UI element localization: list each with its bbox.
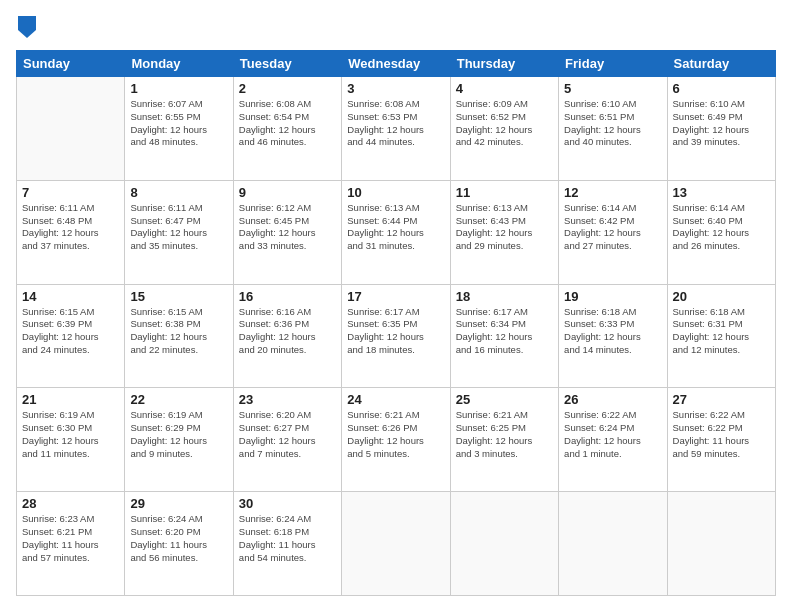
week-row-3: 21Sunrise: 6:19 AMSunset: 6:30 PMDayligh… bbox=[17, 388, 776, 492]
day-number: 27 bbox=[673, 392, 770, 407]
day-number: 3 bbox=[347, 81, 444, 96]
page: SundayMondayTuesdayWednesdayThursdayFrid… bbox=[0, 0, 792, 612]
calendar-cell: 27Sunrise: 6:22 AMSunset: 6:22 PMDayligh… bbox=[667, 388, 775, 492]
day-info: Sunrise: 6:10 AMSunset: 6:51 PMDaylight:… bbox=[564, 98, 661, 149]
day-info: Sunrise: 6:13 AMSunset: 6:44 PMDaylight:… bbox=[347, 202, 444, 253]
day-info: Sunrise: 6:11 AMSunset: 6:48 PMDaylight:… bbox=[22, 202, 119, 253]
calendar-cell: 24Sunrise: 6:21 AMSunset: 6:26 PMDayligh… bbox=[342, 388, 450, 492]
calendar-cell: 6Sunrise: 6:10 AMSunset: 6:49 PMDaylight… bbox=[667, 77, 775, 181]
calendar-cell bbox=[559, 492, 667, 596]
header bbox=[16, 16, 776, 42]
day-number: 28 bbox=[22, 496, 119, 511]
day-number: 22 bbox=[130, 392, 227, 407]
week-row-1: 7Sunrise: 6:11 AMSunset: 6:48 PMDaylight… bbox=[17, 180, 776, 284]
day-info: Sunrise: 6:12 AMSunset: 6:45 PMDaylight:… bbox=[239, 202, 336, 253]
calendar-cell: 12Sunrise: 6:14 AMSunset: 6:42 PMDayligh… bbox=[559, 180, 667, 284]
day-info: Sunrise: 6:11 AMSunset: 6:47 PMDaylight:… bbox=[130, 202, 227, 253]
day-info: Sunrise: 6:13 AMSunset: 6:43 PMDaylight:… bbox=[456, 202, 553, 253]
day-of-week-row: SundayMondayTuesdayWednesdayThursdayFrid… bbox=[17, 51, 776, 77]
calendar-cell: 23Sunrise: 6:20 AMSunset: 6:27 PMDayligh… bbox=[233, 388, 341, 492]
calendar-cell: 22Sunrise: 6:19 AMSunset: 6:29 PMDayligh… bbox=[125, 388, 233, 492]
day-info: Sunrise: 6:14 AMSunset: 6:42 PMDaylight:… bbox=[564, 202, 661, 253]
day-info: Sunrise: 6:15 AMSunset: 6:39 PMDaylight:… bbox=[22, 306, 119, 357]
calendar-cell: 11Sunrise: 6:13 AMSunset: 6:43 PMDayligh… bbox=[450, 180, 558, 284]
day-info: Sunrise: 6:16 AMSunset: 6:36 PMDaylight:… bbox=[239, 306, 336, 357]
calendar-cell: 10Sunrise: 6:13 AMSunset: 6:44 PMDayligh… bbox=[342, 180, 450, 284]
calendar-cell: 3Sunrise: 6:08 AMSunset: 6:53 PMDaylight… bbox=[342, 77, 450, 181]
svg-marker-0 bbox=[18, 16, 36, 38]
calendar-cell: 9Sunrise: 6:12 AMSunset: 6:45 PMDaylight… bbox=[233, 180, 341, 284]
day-number: 4 bbox=[456, 81, 553, 96]
calendar-cell bbox=[342, 492, 450, 596]
day-info: Sunrise: 6:09 AMSunset: 6:52 PMDaylight:… bbox=[456, 98, 553, 149]
logo-icon bbox=[18, 16, 36, 38]
day-number: 2 bbox=[239, 81, 336, 96]
dow-header-monday: Monday bbox=[125, 51, 233, 77]
calendar-table: SundayMondayTuesdayWednesdayThursdayFrid… bbox=[16, 50, 776, 596]
calendar-cell: 4Sunrise: 6:09 AMSunset: 6:52 PMDaylight… bbox=[450, 77, 558, 181]
calendar-cell: 5Sunrise: 6:10 AMSunset: 6:51 PMDaylight… bbox=[559, 77, 667, 181]
day-number: 1 bbox=[130, 81, 227, 96]
day-number: 20 bbox=[673, 289, 770, 304]
calendar-cell: 29Sunrise: 6:24 AMSunset: 6:20 PMDayligh… bbox=[125, 492, 233, 596]
day-number: 7 bbox=[22, 185, 119, 200]
day-info: Sunrise: 6:17 AMSunset: 6:35 PMDaylight:… bbox=[347, 306, 444, 357]
dow-header-wednesday: Wednesday bbox=[342, 51, 450, 77]
day-info: Sunrise: 6:10 AMSunset: 6:49 PMDaylight:… bbox=[673, 98, 770, 149]
calendar-cell: 15Sunrise: 6:15 AMSunset: 6:38 PMDayligh… bbox=[125, 284, 233, 388]
calendar-cell bbox=[17, 77, 125, 181]
calendar-cell: 26Sunrise: 6:22 AMSunset: 6:24 PMDayligh… bbox=[559, 388, 667, 492]
week-row-4: 28Sunrise: 6:23 AMSunset: 6:21 PMDayligh… bbox=[17, 492, 776, 596]
day-number: 18 bbox=[456, 289, 553, 304]
day-info: Sunrise: 6:14 AMSunset: 6:40 PMDaylight:… bbox=[673, 202, 770, 253]
calendar-cell: 2Sunrise: 6:08 AMSunset: 6:54 PMDaylight… bbox=[233, 77, 341, 181]
day-number: 5 bbox=[564, 81, 661, 96]
day-number: 21 bbox=[22, 392, 119, 407]
day-number: 29 bbox=[130, 496, 227, 511]
day-info: Sunrise: 6:15 AMSunset: 6:38 PMDaylight:… bbox=[130, 306, 227, 357]
day-info: Sunrise: 6:24 AMSunset: 6:18 PMDaylight:… bbox=[239, 513, 336, 564]
day-number: 11 bbox=[456, 185, 553, 200]
day-info: Sunrise: 6:19 AMSunset: 6:30 PMDaylight:… bbox=[22, 409, 119, 460]
day-number: 8 bbox=[130, 185, 227, 200]
day-info: Sunrise: 6:18 AMSunset: 6:33 PMDaylight:… bbox=[564, 306, 661, 357]
day-number: 15 bbox=[130, 289, 227, 304]
day-number: 16 bbox=[239, 289, 336, 304]
day-number: 6 bbox=[673, 81, 770, 96]
day-info: Sunrise: 6:24 AMSunset: 6:20 PMDaylight:… bbox=[130, 513, 227, 564]
day-info: Sunrise: 6:18 AMSunset: 6:31 PMDaylight:… bbox=[673, 306, 770, 357]
calendar-cell: 28Sunrise: 6:23 AMSunset: 6:21 PMDayligh… bbox=[17, 492, 125, 596]
calendar-cell: 13Sunrise: 6:14 AMSunset: 6:40 PMDayligh… bbox=[667, 180, 775, 284]
day-info: Sunrise: 6:21 AMSunset: 6:26 PMDaylight:… bbox=[347, 409, 444, 460]
day-number: 30 bbox=[239, 496, 336, 511]
day-number: 26 bbox=[564, 392, 661, 407]
day-number: 9 bbox=[239, 185, 336, 200]
calendar-cell: 8Sunrise: 6:11 AMSunset: 6:47 PMDaylight… bbox=[125, 180, 233, 284]
day-info: Sunrise: 6:22 AMSunset: 6:24 PMDaylight:… bbox=[564, 409, 661, 460]
calendar-cell: 25Sunrise: 6:21 AMSunset: 6:25 PMDayligh… bbox=[450, 388, 558, 492]
calendar-cell: 20Sunrise: 6:18 AMSunset: 6:31 PMDayligh… bbox=[667, 284, 775, 388]
day-number: 13 bbox=[673, 185, 770, 200]
day-number: 17 bbox=[347, 289, 444, 304]
day-info: Sunrise: 6:20 AMSunset: 6:27 PMDaylight:… bbox=[239, 409, 336, 460]
day-number: 23 bbox=[239, 392, 336, 407]
day-number: 24 bbox=[347, 392, 444, 407]
logo bbox=[16, 16, 38, 42]
day-info: Sunrise: 6:19 AMSunset: 6:29 PMDaylight:… bbox=[130, 409, 227, 460]
calendar-cell bbox=[667, 492, 775, 596]
day-info: Sunrise: 6:23 AMSunset: 6:21 PMDaylight:… bbox=[22, 513, 119, 564]
day-number: 25 bbox=[456, 392, 553, 407]
week-row-2: 14Sunrise: 6:15 AMSunset: 6:39 PMDayligh… bbox=[17, 284, 776, 388]
calendar-cell: 19Sunrise: 6:18 AMSunset: 6:33 PMDayligh… bbox=[559, 284, 667, 388]
calendar-body: 1Sunrise: 6:07 AMSunset: 6:55 PMDaylight… bbox=[17, 77, 776, 596]
day-number: 19 bbox=[564, 289, 661, 304]
calendar-cell: 21Sunrise: 6:19 AMSunset: 6:30 PMDayligh… bbox=[17, 388, 125, 492]
day-info: Sunrise: 6:08 AMSunset: 6:54 PMDaylight:… bbox=[239, 98, 336, 149]
calendar-cell: 1Sunrise: 6:07 AMSunset: 6:55 PMDaylight… bbox=[125, 77, 233, 181]
dow-header-sunday: Sunday bbox=[17, 51, 125, 77]
calendar-cell: 7Sunrise: 6:11 AMSunset: 6:48 PMDaylight… bbox=[17, 180, 125, 284]
dow-header-thursday: Thursday bbox=[450, 51, 558, 77]
day-info: Sunrise: 6:07 AMSunset: 6:55 PMDaylight:… bbox=[130, 98, 227, 149]
day-number: 10 bbox=[347, 185, 444, 200]
dow-header-tuesday: Tuesday bbox=[233, 51, 341, 77]
